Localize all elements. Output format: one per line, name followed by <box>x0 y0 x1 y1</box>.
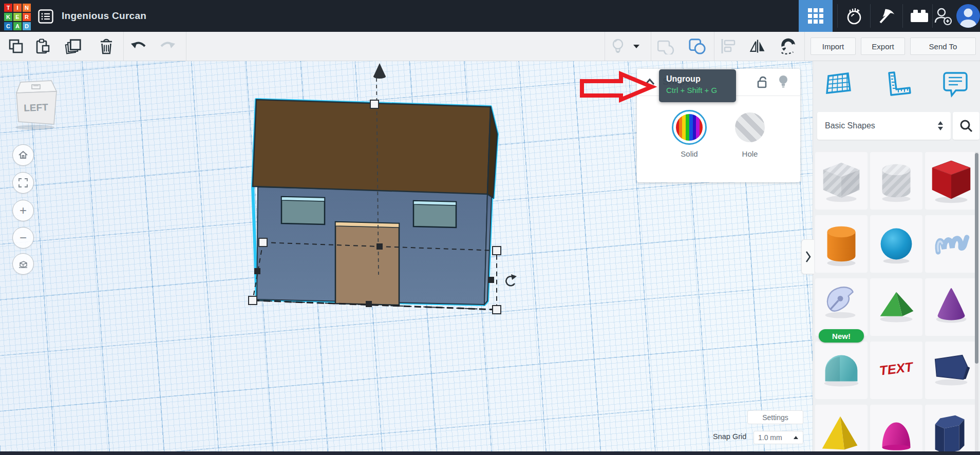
home-view-icon <box>17 149 29 161</box>
box-hole-icon <box>815 152 868 210</box>
ungroup-tooltip: Ungroup Ctrl + Shift + G <box>659 69 736 102</box>
redo-icon <box>159 39 177 53</box>
workplane-tool[interactable] <box>824 70 853 100</box>
blue-polygon-icon <box>925 342 977 399</box>
add-person-icon <box>933 6 953 26</box>
adjust-bulb-icon <box>611 38 625 54</box>
shape-tile-blue-hex-prism[interactable] <box>925 405 977 455</box>
shape-tile-purple-cone[interactable] <box>925 278 977 336</box>
import-button[interactable]: Import <box>811 37 856 55</box>
shape-tile-green-roof[interactable] <box>870 278 922 336</box>
fit-view-button[interactable] <box>12 172 34 194</box>
export-button[interactable]: Export <box>861 37 905 55</box>
shape-tile-orange-cylinder[interactable] <box>815 215 868 273</box>
visibility-bulb-button[interactable] <box>778 74 789 91</box>
collapse-chevron-icon <box>644 77 656 86</box>
scribble-text-icon <box>925 215 977 273</box>
undo-icon <box>129 39 147 53</box>
invite-button[interactable] <box>930 0 956 32</box>
shape-tile-teal-round-roof[interactable] <box>815 342 868 399</box>
shapes-scrollbar[interactable] <box>975 152 978 452</box>
design-title[interactable]: Ingenious Curcan <box>62 0 146 32</box>
workplane-icon <box>824 70 853 100</box>
shape-tile-yellow-pyramid[interactable] <box>815 405 868 455</box>
avatar[interactable] <box>956 4 980 28</box>
yellow-pyramid-icon <box>815 405 868 455</box>
ungroup-button[interactable] <box>688 37 706 55</box>
shape-tile-red-box[interactable] <box>925 152 977 210</box>
blocks-button[interactable] <box>871 0 903 32</box>
copy-button[interactable] <box>7 37 25 55</box>
avatar-person-icon <box>956 4 980 28</box>
perspective-toggle-button[interactable] <box>12 253 34 275</box>
collapse-panel-button[interactable] <box>644 77 656 88</box>
bulb-dropdown-button[interactable] <box>630 37 643 55</box>
panel-collapse-tab[interactable] <box>801 239 814 274</box>
flip-button[interactable] <box>749 37 766 55</box>
tooltip-shortcut: Ctrl + Shift + G <box>666 86 736 94</box>
dropdown-caret-icon <box>633 44 640 49</box>
ruler-tool[interactable] <box>883 70 912 100</box>
shape-tile-red-text[interactable]: TEXT <box>870 342 922 399</box>
scrollbar-thumb[interactable] <box>975 153 978 364</box>
delete-icon <box>98 37 115 55</box>
ruler-magnet-icon <box>779 37 796 55</box>
hole-option[interactable]: Hole <box>725 110 775 158</box>
paste-button[interactable] <box>34 37 51 55</box>
group-icon <box>657 38 675 54</box>
apps-grid-icon <box>808 8 823 24</box>
send-to-button[interactable]: Send To <box>910 37 976 55</box>
undo-button[interactable] <box>129 37 147 55</box>
shape-tile-box-hole[interactable] <box>815 152 868 210</box>
caret-up-icon <box>793 435 799 440</box>
snap-grid-label: Snap Grid <box>713 432 746 441</box>
snap-grid-select[interactable]: 1.0 mm <box>753 431 803 444</box>
new-badge: New! <box>819 329 864 343</box>
zoom-in-button[interactable]: + <box>12 200 34 221</box>
view-cube[interactable]: LEFT <box>10 76 65 130</box>
hole-striped-swatch-icon <box>735 112 765 142</box>
shape-tile-scribble-pen[interactable]: New! <box>815 278 868 336</box>
notes-tool[interactable] <box>941 70 970 100</box>
settings-button[interactable]: Settings <box>747 410 803 424</box>
solid-option[interactable]: Solid <box>665 110 714 158</box>
shape-tile-blue-sphere[interactable] <box>870 215 922 273</box>
tinkercad-app: LEFT + − T I N K E R C A D <box>0 0 980 455</box>
apps-grid-button[interactable] <box>799 0 833 32</box>
blocks-pickaxe-icon <box>877 6 897 26</box>
flip-icon <box>749 38 766 54</box>
blue-sphere-icon <box>870 215 922 273</box>
shape-tile-blue-polygon[interactable] <box>925 342 977 399</box>
tinkercad-logo[interactable]: T I N K E R C A D <box>4 4 31 30</box>
fit-view-icon <box>17 177 29 188</box>
cylinder-hole-icon <box>870 152 922 210</box>
lock-button[interactable] <box>756 75 768 91</box>
shape-tile-cylinder-hole[interactable] <box>870 152 922 210</box>
red-box-icon <box>925 152 977 210</box>
align-button[interactable] <box>719 37 737 55</box>
duplicate-button[interactable] <box>65 37 82 55</box>
design-menu-button[interactable] <box>38 9 53 24</box>
simlab-button[interactable] <box>838 0 870 32</box>
pink-paraboloid-icon <box>870 405 922 455</box>
zoom-out-button[interactable]: − <box>12 227 34 249</box>
group-button[interactable] <box>657 37 675 55</box>
simlab-apple-icon <box>845 6 863 26</box>
adjust-bulb-button[interactable] <box>609 37 627 55</box>
app-header: T I N K E R C A D Ingenious Curcan <box>0 0 980 32</box>
redo-button[interactable] <box>159 37 177 55</box>
green-roof-icon <box>870 278 922 336</box>
svg-text:TEXT: TEXT <box>879 359 915 378</box>
shape-tile-scribble-text[interactable] <box>925 215 977 273</box>
delete-button[interactable] <box>98 37 115 55</box>
view-cube-label: LEFT <box>24 102 49 113</box>
category-select[interactable]: Basic Shapes <box>817 112 951 140</box>
unlock-icon <box>756 75 768 89</box>
ruler-magnet-button[interactable] <box>779 37 796 55</box>
red-text-icon: TEXT <box>870 342 922 399</box>
home-view-button[interactable] <box>12 144 34 166</box>
chevron-right-icon <box>805 250 811 263</box>
search-shapes-button[interactable] <box>953 112 979 140</box>
shape-tile-pink-paraboloid[interactable] <box>870 405 922 455</box>
lightbulb-icon <box>778 74 789 89</box>
